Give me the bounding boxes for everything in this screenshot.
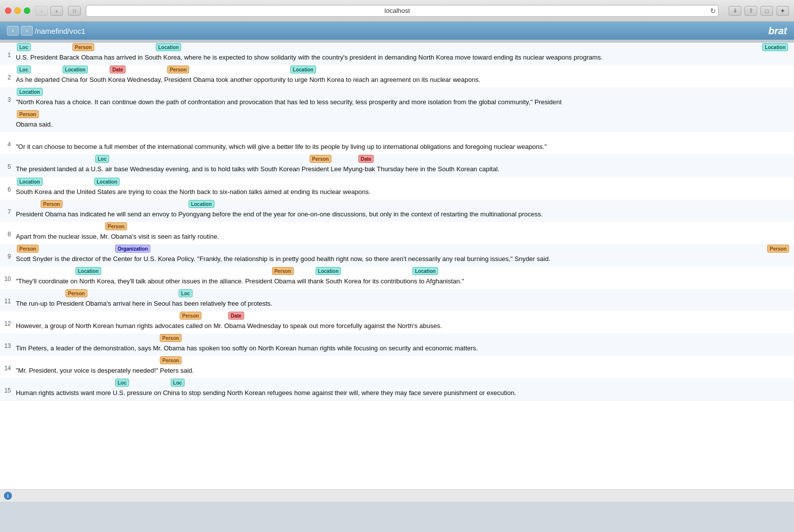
tag-date[interactable]: Date <box>110 66 126 73</box>
tag-location[interactable]: Location <box>189 200 214 208</box>
sentence-text: Obama said. <box>15 119 794 130</box>
url-bar[interactable]: localhost ↻ <box>86 5 719 17</box>
tag-person[interactable]: Person <box>767 245 789 253</box>
line-number: 15 <box>0 378 15 394</box>
line-number: 13 <box>0 333 15 349</box>
sentence-row: 4 "Or it can choose to become a full mem… <box>0 132 794 154</box>
sentence-body: Person Organization Person Scott Snyder … <box>15 244 794 266</box>
close-button[interactable] <box>5 7 11 14</box>
sentence-body: Person Loc The run-up to President Obama… <box>15 289 794 311</box>
tag-person[interactable]: Person <box>310 155 331 163</box>
sentence-text: U.S. President Barack Obama has arrived … <box>15 52 794 63</box>
annotation-line: Person Location <box>15 200 794 208</box>
annotation-line: Loc Location Date Person Location <box>15 65 794 74</box>
annotation-line: Location Person Location Location <box>15 266 794 275</box>
tag-location[interactable]: Location <box>762 43 788 51</box>
back-button[interactable]: ‹ <box>35 6 48 16</box>
tag-person[interactable]: Person <box>105 222 127 230</box>
browser-chrome: ‹ › □ localhost ↻ ⇓ ⇧ □ + <box>0 0 794 22</box>
annotation-line: Location <box>15 87 794 96</box>
sentence-row: 15 Loc Loc Human rights activists want m… <box>0 378 794 400</box>
tag-person[interactable]: Person <box>180 312 201 320</box>
sentence-body: Location "North Korea has a choice. It c… <box>15 87 794 132</box>
tag-location[interactable]: Location <box>75 267 101 275</box>
sentence-text: President Obama has indicated he will se… <box>15 209 794 220</box>
line-number: 5 <box>0 154 15 170</box>
sentence-text: "They'll coordinate on North Korea, they… <box>15 276 794 287</box>
app-path: /namefind/voc1 <box>35 27 85 35</box>
tag-loc[interactable]: Loc <box>179 289 193 297</box>
tag-person[interactable]: Person <box>160 356 182 364</box>
app-brand: brat <box>768 25 787 37</box>
sentence-text: Scott Snyder is the director of the Cent… <box>15 254 794 265</box>
nav-back-button[interactable]: ‹ <box>7 26 19 36</box>
tag-loc[interactable]: Loc <box>115 379 129 387</box>
menu-button[interactable]: + <box>776 6 789 16</box>
tag-location[interactable]: Location <box>17 88 43 96</box>
nav-forward-button[interactable]: › <box>21 26 33 36</box>
annotation-line: Loc Person Location Location <box>15 43 794 52</box>
tag-loc[interactable]: Loc <box>95 155 109 163</box>
annotation-line: Person <box>15 222 794 231</box>
line-number: 9 <box>0 244 15 260</box>
tag-loc[interactable]: Loc <box>17 66 31 73</box>
forward-button[interactable]: › <box>50 6 63 16</box>
sentence-text: Apart from the nuclear issue, Mr. Obama'… <box>15 231 794 242</box>
line-number: 4 <box>0 132 15 148</box>
annotation-line: Person <box>15 333 794 342</box>
downloads-button[interactable]: ⇓ <box>728 6 741 16</box>
sentence-row: 3 Location "North Korea has a choice. It… <box>0 87 794 132</box>
tag-person[interactable]: Person <box>72 43 94 51</box>
sentence-body: Person Location President Obama has indi… <box>15 200 794 222</box>
main-content: 1 Loc Person Location Location U.S. Pres… <box>0 43 794 489</box>
app-header: ‹ › /namefind/voc1 brat <box>0 22 794 40</box>
tag-loc[interactable]: Loc <box>17 43 31 51</box>
tag-date[interactable]: Date <box>228 312 244 320</box>
annotation-line: Person Organization Person <box>15 244 794 253</box>
tag-person[interactable]: Person <box>17 110 39 118</box>
tag-person[interactable]: Person <box>160 334 182 342</box>
tag-person[interactable]: Person <box>17 245 39 253</box>
tag-loc[interactable]: Loc <box>171 379 185 387</box>
share-button[interactable]: ⇧ <box>744 6 757 16</box>
sentence-body: Loc Location Date Person Location As he … <box>15 65 794 87</box>
annotation-line: Person Date <box>15 311 794 320</box>
sentence-text: As he departed China for South Korea Wed… <box>15 74 794 85</box>
sentence-row: 14 Person "Mr. President, your voice is … <box>0 356 794 378</box>
sentence-body: Person Date However, a group of North Ko… <box>15 311 794 333</box>
tag-location[interactable]: Location <box>290 66 316 73</box>
url-text: localhost <box>86 7 708 14</box>
sentence-row: 11 Person Loc The run-up to President Ob… <box>0 289 794 311</box>
sentence-row: 6 Location Location South Korea and the … <box>0 177 794 200</box>
tag-location[interactable]: Location <box>316 267 341 275</box>
minimize-button[interactable] <box>14 7 21 14</box>
maximize-button[interactable] <box>24 7 30 14</box>
info-icon: i <box>4 492 12 500</box>
tab-button[interactable]: □ <box>68 6 81 16</box>
annotation-line: Person Loc <box>15 289 794 298</box>
tag-location[interactable]: Location <box>63 66 88 73</box>
annotation-line: Location Location <box>15 177 794 186</box>
tag-location[interactable]: Location <box>17 178 43 186</box>
sentence-row: 8 Person Apart from the nuclear issue, M… <box>0 222 794 244</box>
sentence-body: Loc Loc Human rights activists want more… <box>15 378 794 400</box>
tag-location[interactable]: Location <box>94 178 120 186</box>
info-bar: i <box>0 489 794 502</box>
tag-person[interactable]: Person <box>167 66 189 73</box>
tag-person[interactable]: Person <box>41 200 63 208</box>
tag-person[interactable]: Person <box>66 289 87 297</box>
reload-button[interactable]: ↻ <box>708 6 718 16</box>
tag-location[interactable]: Location <box>156 43 182 51</box>
sentence-text: South Korea and the United States are tr… <box>15 187 794 198</box>
tag-date[interactable]: Date <box>358 155 374 163</box>
tag-organization[interactable]: Organization <box>115 245 150 253</box>
line-number: 8 <box>0 222 15 238</box>
fullscreen-button[interactable]: □ <box>760 6 773 16</box>
annotation-line: Loc Loc <box>15 378 794 387</box>
sentence-row: 7 Person Location President Obama has in… <box>0 200 794 222</box>
tag-person[interactable]: Person <box>272 267 294 275</box>
app-navigation: ‹ › /namefind/voc1 <box>7 26 85 36</box>
annotation-line: Person <box>15 110 794 119</box>
line-number: 14 <box>0 356 15 372</box>
tag-location[interactable]: Location <box>412 267 438 275</box>
